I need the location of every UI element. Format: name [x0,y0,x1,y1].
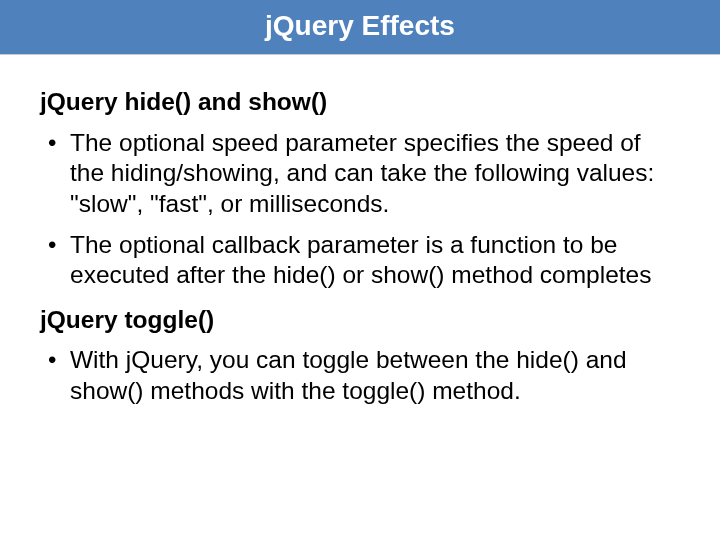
bullet-list: With jQuery, you can toggle between the … [40,345,680,406]
section-title: jQuery hide() and show() [40,87,680,118]
bullet-list: The optional speed parameter specifies t… [40,128,680,291]
slide-title: jQuery Effects [265,10,455,41]
list-item: With jQuery, you can toggle between the … [40,345,680,406]
list-item: The optional callback parameter is a fun… [40,230,680,291]
slide-content: jQuery hide() and show() The optional sp… [0,55,720,407]
list-item: The optional speed parameter specifies t… [40,128,680,220]
section-title: jQuery toggle() [40,305,680,336]
slide-header: jQuery Effects [0,0,720,55]
